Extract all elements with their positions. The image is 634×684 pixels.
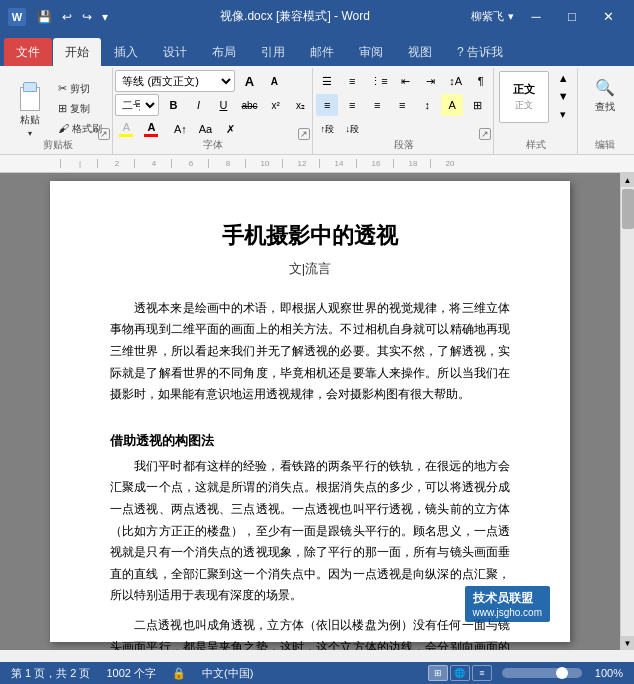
bold-btn[interactable]: B (162, 94, 184, 116)
paragraph-3[interactable]: 二点透视也叫成角透视，立方体（依旧以楼盘为例）没有任何一面与镜头画面平行，都是呈… (110, 615, 510, 650)
undo-quick-btn[interactable]: ↩ (59, 8, 75, 26)
paragraph-1[interactable]: 透视本来是绘画中的术语，即根据人观察世界的视觉规律，将三维立体事物再现到二维平面… (110, 298, 510, 406)
title-bar: W 💾 ↩ ↪ ▾ 视像.docx [兼容模式] - Word 柳紫飞 ▾ ─ … (0, 0, 634, 33)
word-count[interactable]: 1002 个字 (103, 666, 159, 681)
show-marks-btn[interactable]: ¶ (470, 70, 492, 92)
language[interactable]: 中文(中国) (199, 666, 256, 681)
font-size-down-btn[interactable]: A (263, 70, 285, 92)
page-info[interactable]: 第 1 页，共 2 页 (8, 666, 93, 681)
right-scrollbar[interactable]: ▲ ▼ (620, 173, 634, 650)
tab-file[interactable]: 文件 (4, 38, 52, 66)
zoom-thumb[interactable] (556, 667, 568, 679)
editing-label: 编辑 (580, 138, 630, 152)
font-size-up-btn[interactable]: A (238, 70, 260, 92)
user-name: 柳紫飞 (471, 9, 504, 24)
copy-label: 复制 (70, 103, 90, 114)
copy-button[interactable]: ⊞ 复制 (54, 100, 106, 118)
styles-label: 样式 (496, 138, 577, 152)
clipboard-dialog-launcher[interactable]: ↗ (98, 128, 110, 140)
page-container[interactable]: 手机摄影中的透视 文|流言 透视本来是绘画中的术语，即根据人观察世界的视觉规律，… (0, 173, 620, 650)
align-right-btn[interactable]: ≡ (366, 94, 388, 116)
font-name-select[interactable]: 等线 (西文正文) (115, 70, 235, 92)
font-color-btn[interactable]: A (140, 118, 162, 140)
indent-more-btn[interactable]: ⇥ (420, 70, 442, 92)
sort-btn[interactable]: ↕A (445, 70, 467, 92)
qa-dropdown-btn[interactable]: ▾ (99, 8, 111, 26)
style-scroll-up[interactable]: ▲ (552, 70, 574, 86)
redo-quick-btn[interactable]: ↪ (79, 8, 95, 26)
font-size-input-up[interactable]: A↑ (169, 118, 191, 140)
scroll-up-btn[interactable]: ▲ (621, 173, 635, 187)
scroll-down-btn[interactable]: ▼ (621, 636, 635, 650)
numbered-list-btn[interactable]: ≡ (341, 70, 363, 92)
superscript-btn[interactable]: x² (265, 94, 287, 116)
strikethrough-btn[interactable]: abc (237, 94, 261, 116)
zoom-level[interactable]: 100% (592, 667, 626, 679)
watermark-line1: 技术员联盟 (473, 590, 542, 607)
highlight-btn[interactable]: A (115, 118, 137, 140)
tab-mail[interactable]: 邮件 (298, 38, 346, 66)
tab-insert[interactable]: 插入 (102, 38, 150, 66)
tab-layout[interactable]: 布局 (200, 38, 248, 66)
paragraph-group: ☰ ≡ ⋮≡ ⇤ ⇥ ↕A ¶ ≡ ≡ ≡ ≡ ↕ A ⊞ (315, 68, 493, 154)
close-button[interactable]: ✕ (590, 0, 626, 33)
align-justify-btn[interactable]: ≡ (391, 94, 413, 116)
window-icon-area: W (8, 8, 26, 26)
align-center-btn[interactable]: ≡ (341, 94, 363, 116)
spacing-before-btn[interactable]: ↑段 (316, 118, 338, 140)
maximize-button[interactable]: □ (554, 0, 590, 33)
font-label: 字体 (115, 138, 312, 152)
tab-start[interactable]: 开始 (53, 38, 101, 66)
font-dialog-launcher[interactable]: ↗ (298, 128, 310, 140)
border-btn[interactable]: ⊞ (466, 94, 488, 116)
style-scroll-down[interactable]: ▼ (552, 88, 574, 104)
shading-btn[interactable]: A (441, 94, 463, 116)
tab-view[interactable]: 视图 (396, 38, 444, 66)
italic-btn[interactable]: I (187, 94, 209, 116)
clipboard-group: 粘贴 ▾ ✂ 剪切 ⊞ 复制 🖌 格式刷 (4, 68, 113, 154)
view-buttons: ⊞ 🌐 ≡ (428, 665, 492, 681)
underline-btn[interactable]: U (212, 94, 234, 116)
subscript-btn[interactable]: x₂ (290, 94, 312, 116)
tab-reference[interactable]: 引用 (249, 38, 297, 66)
ribbon-content: 粘贴 ▾ ✂ 剪切 ⊞ 复制 🖌 格式刷 (0, 66, 634, 154)
find-button[interactable]: 🔍 查找 (584, 70, 626, 122)
zoom-slider[interactable] (502, 668, 582, 678)
indent-less-btn[interactable]: ⇤ (395, 70, 417, 92)
scroll-track[interactable] (621, 187, 634, 636)
outline-btn[interactable]: ≡ (472, 665, 492, 681)
save-quick-btn[interactable]: 💾 (34, 8, 55, 26)
normal-style-btn[interactable]: 正文 正文 (499, 71, 549, 123)
minimize-button[interactable]: ─ (518, 0, 554, 33)
font-size-select[interactable]: 二号 (115, 94, 159, 116)
paste-label: 粘贴 (20, 113, 40, 127)
bullets-btn[interactable]: ☰ (316, 70, 338, 92)
align-row: ≡ ≡ ≡ ≡ ↕ A ⊞ (316, 94, 488, 116)
quick-access-toolbar[interactable]: 💾 ↩ ↪ ▾ (34, 8, 111, 26)
window-controls[interactable]: ─ □ ✕ (518, 0, 626, 33)
paragraph-label: 段落 (315, 138, 492, 152)
clear-format-btn[interactable]: ✗ (219, 118, 241, 140)
paragraph-dialog-launcher[interactable]: ↗ (479, 128, 491, 140)
web-layout-btn[interactable]: 🌐 (450, 665, 470, 681)
print-layout-btn[interactable]: ⊞ (428, 665, 448, 681)
tab-design[interactable]: 设计 (151, 38, 199, 66)
line-spacing-btn[interactable]: ↕ (416, 94, 438, 116)
paragraph-2[interactable]: 我们平时都有这样的经验，看铁路的两条平行的铁轨，在很远的地方会汇聚成一个点，这就… (110, 456, 510, 607)
cut-button[interactable]: ✂ 剪切 (54, 80, 106, 98)
font-size-row: 二号 B I U abc x² x₂ (115, 94, 311, 116)
heading-1[interactable]: 借助透视的构图法 (110, 432, 510, 450)
tab-review[interactable]: 审阅 (347, 38, 395, 66)
track-changes-icon[interactable]: 🔒 (169, 667, 189, 680)
document-title: 手机摄影中的透视 (110, 221, 510, 252)
style-expand[interactable]: ▾ (552, 106, 574, 122)
document-page[interactable]: 手机摄影中的透视 文|流言 透视本来是绘画中的术语，即根据人观察世界的视觉规律，… (50, 181, 570, 642)
multilevel-list-btn[interactable]: ⋮≡ (366, 70, 391, 92)
scroll-thumb[interactable] (622, 189, 634, 229)
align-left-btn[interactable]: ≡ (316, 94, 338, 116)
spacing-after-btn[interactable]: ↓段 (341, 118, 363, 140)
paste-button[interactable]: 粘贴 ▾ (8, 82, 52, 138)
tab-help[interactable]: ? 告诉我 (445, 38, 515, 66)
font-shade-btn[interactable]: Aa (194, 118, 216, 140)
user-dropdown[interactable]: ▾ (508, 10, 514, 23)
